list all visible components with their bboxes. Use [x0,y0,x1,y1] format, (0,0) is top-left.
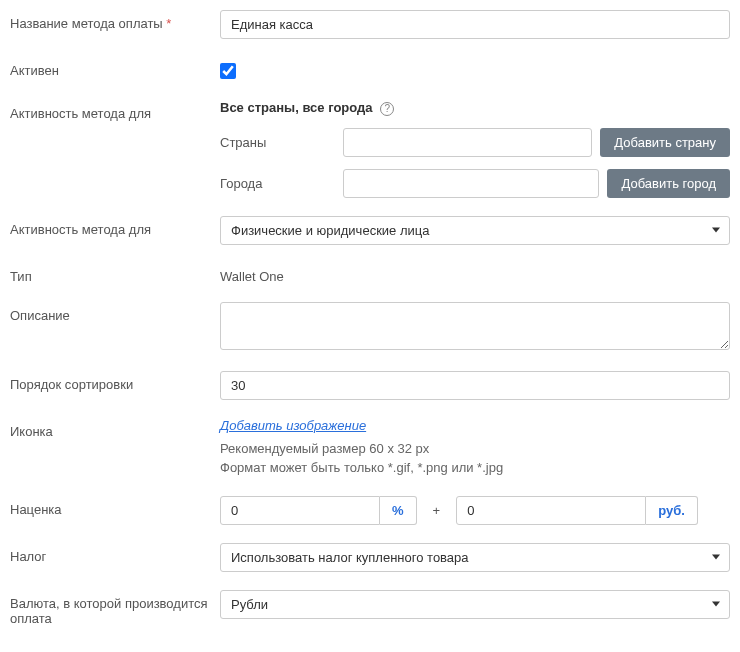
label-markup: Наценка [10,496,220,517]
row-activity-region: Активность метода для Все страны, все го… [10,100,730,198]
tax-select[interactable]: Использовать налог купленного товара [220,543,730,572]
markup-percent-input[interactable] [220,496,380,525]
row-active: Активен [10,57,730,82]
region-summary: Все страны, все города [220,100,373,115]
row-icon: Иконка Добавить изображение Рекомендуемы… [10,418,730,478]
active-checkbox[interactable] [220,63,236,79]
name-input[interactable] [220,10,730,39]
help-icon[interactable]: ? [380,102,394,116]
sort-order-input[interactable] [220,371,730,400]
label-icon: Иконка [10,418,220,439]
markup-plus: + [417,503,457,518]
label-active: Активен [10,57,220,78]
row-activity-person: Активность метода для Физические и юриди… [10,216,730,245]
add-city-button[interactable]: Добавить город [607,169,730,198]
cities-sublabel: Города [220,176,335,191]
label-activity-person: Активность метода для [10,216,220,237]
label-tax: Налог [10,543,220,564]
row-name: Название метода оплаты [10,10,730,39]
label-type: Тип [10,263,220,284]
cities-input[interactable] [343,169,599,198]
label-currency: Валюта, в которой произво­дится оплата [10,590,220,626]
currency-select[interactable]: Рубли [220,590,730,619]
row-markup: Наценка % + руб. [10,496,730,525]
row-sort-order: Порядок сортировки [10,371,730,400]
icon-hint-format: Формат может быть только *.gif, *.png ил… [220,458,730,478]
currency-unit: руб. [646,496,698,525]
countries-input[interactable] [343,128,592,157]
person-type-select[interactable]: Физические и юридические лица [220,216,730,245]
label-description: Описание [10,302,220,323]
row-tax: Налог Использовать налог купленного това… [10,543,730,572]
label-name: Название метода оплаты [10,10,220,31]
description-textarea[interactable] [220,302,730,350]
markup-fixed-input[interactable] [456,496,646,525]
label-activity-region: Активность метода для [10,100,220,121]
row-currency: Валюта, в которой произво­дится оплата Р… [10,590,730,626]
percent-unit: % [380,496,417,525]
type-value: Wallet One [220,263,730,284]
row-type: Тип Wallet One [10,263,730,284]
icon-hint-size: Рекомендуемый размер 60 х 32 px [220,439,730,459]
countries-sublabel: Страны [220,135,335,150]
row-description: Описание [10,302,730,353]
add-country-button[interactable]: Добавить страну [600,128,730,157]
add-image-link[interactable]: Добавить изображение [220,418,366,433]
label-sort-order: Порядок сортировки [10,371,220,392]
